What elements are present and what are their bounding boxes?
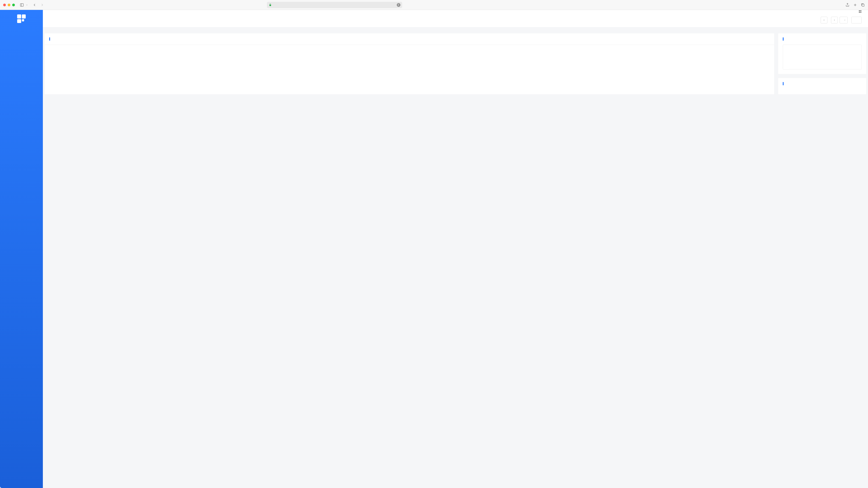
sub-tabs [43, 29, 868, 33]
jump-page-input[interactable] [851, 17, 862, 24]
svg-rect-7 [859, 10, 860, 11]
page-prev-button[interactable] [820, 17, 828, 24]
donut-card [778, 33, 866, 74]
rank-list [778, 89, 866, 94]
grid-icon [859, 10, 862, 13]
chevron-down-icon[interactable] [26, 3, 28, 7]
minimize-window-icon[interactable] [8, 4, 10, 6]
lock-icon [269, 3, 272, 6]
title-bar-icon [783, 82, 784, 85]
reader-icon[interactable]: ☰ [397, 3, 400, 7]
more-resources-link[interactable] [854, 10, 868, 13]
svg-rect-9 [859, 12, 860, 12]
title-bar-icon [49, 37, 50, 41]
svg-rect-0 [20, 4, 24, 6]
top-table-panel [43, 13, 868, 27]
sidebar [0, 10, 43, 488]
tabs-overview-icon[interactable] [861, 3, 865, 7]
svg-rect-6 [862, 4, 864, 6]
svg-rect-8 [860, 10, 861, 11]
donut-chart-placeholder [783, 45, 862, 69]
maximize-window-icon[interactable] [12, 4, 15, 6]
rank-card [778, 78, 866, 94]
svg-rect-2 [269, 4, 271, 6]
pagination [43, 13, 868, 27]
window-controls [3, 4, 15, 6]
sidebar-toggle-icon[interactable] [20, 3, 24, 7]
share-icon[interactable] [845, 3, 849, 7]
back-button-icon[interactable] [32, 3, 36, 7]
svg-rect-10 [860, 12, 861, 12]
close-window-icon[interactable] [3, 4, 6, 6]
title-bar-icon [783, 37, 784, 41]
top-tabs [43, 10, 868, 13]
page-size-select[interactable] [840, 17, 848, 24]
browser-toolbar: ☰ [0, 0, 868, 10]
new-tab-icon[interactable] [853, 3, 857, 7]
main-content [43, 10, 868, 488]
logo-icon [17, 14, 26, 23]
forward-button-icon[interactable] [40, 3, 44, 7]
approval-list-card [45, 33, 774, 94]
page-next-button[interactable] [831, 17, 838, 24]
address-bar[interactable]: ☰ [267, 2, 402, 8]
logo [0, 12, 43, 29]
